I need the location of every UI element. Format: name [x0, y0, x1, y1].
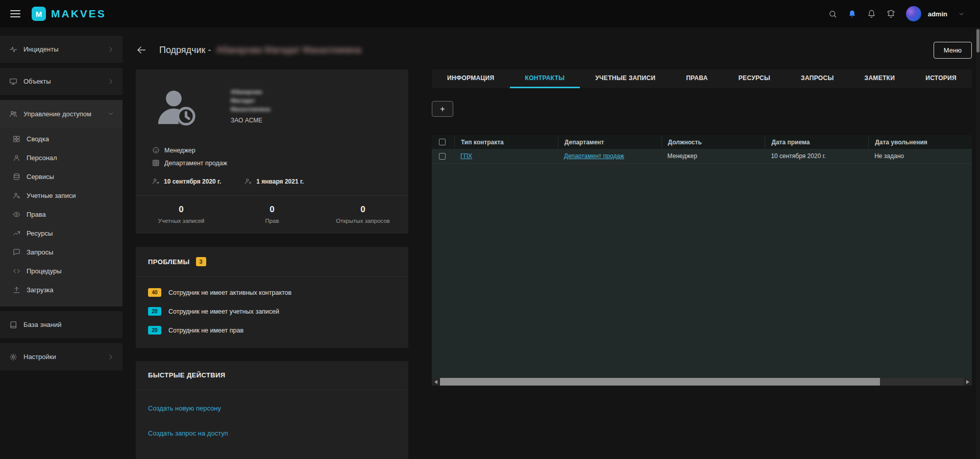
problem-item[interactable]: 20 Сотрудник не имеет учетных записей: [148, 307, 396, 316]
sidebar-item-accounts[interactable]: Учетные записи: [0, 186, 122, 205]
table-header-row: Тип контракта Департамент Должность Дата…: [432, 135, 972, 149]
problem-item[interactable]: 40 Сотрудник не имеет активных контракто…: [148, 288, 396, 297]
column-header-hire-date[interactable]: Дата приема: [765, 135, 868, 149]
contract-type-link[interactable]: ГПХ: [460, 152, 472, 160]
page-header: Подрядчик - Абакарова Магидат Махаллиевн…: [136, 36, 972, 64]
table-row[interactable]: ГПХ Департамент продаж Менеджер 10 сентя…: [432, 149, 972, 164]
sidebar-item-access-management[interactable]: Управление доступом: [0, 100, 122, 128]
scrollbar-thumb[interactable]: [440, 378, 880, 386]
back-button[interactable]: [136, 44, 147, 56]
tab-rights[interactable]: ПРАВА: [671, 69, 723, 88]
logo-text: MAKVES: [51, 8, 106, 20]
sidebar-item-label: Загрузка: [27, 286, 54, 294]
profile-department: Департамент продаж: [164, 160, 227, 167]
sidebar-item-procedures[interactable]: Процедуры: [0, 262, 122, 280]
sidebar-item-label: Процедуры: [27, 267, 62, 275]
tab-requests[interactable]: ЗАПРОСЫ: [786, 69, 849, 88]
sidebar-item-label: Сводка: [27, 135, 49, 143]
problems-title: ПРОБЛЕМЫ: [148, 258, 190, 266]
quick-actions-card: БЫСТРЫЕ ДЕЙСТВИЯ Создать новую персону С…: [136, 361, 408, 459]
stat-accounts[interactable]: 0 Учетных записей: [136, 205, 227, 224]
sidebar-item-rights[interactable]: Права: [0, 205, 122, 224]
stat-label: Прав: [227, 218, 317, 224]
hamburger-menu-button[interactable]: [10, 10, 20, 17]
summary-grid-icon: [13, 135, 20, 143]
avatar[interactable]: [906, 6, 921, 21]
column-header-termination-date[interactable]: Дата увольнения: [868, 135, 972, 149]
chevron-down-icon: [107, 110, 114, 117]
eye-icon: [13, 211, 20, 218]
tab-accounts[interactable]: УЧЕТНЫЕ ЗАПИСИ: [580, 69, 671, 88]
tab-resources[interactable]: РЕСУРСЫ: [723, 69, 786, 88]
stat-value: 0: [227, 205, 317, 215]
tab-information[interactable]: ИНФОРМАЦИЯ: [432, 69, 510, 88]
severity-badge: 20: [148, 326, 161, 335]
page-title-prefix: Подрядчик -: [159, 45, 211, 56]
bell-icon[interactable]: [867, 10, 876, 18]
horizontal-scrollbar[interactable]: [432, 378, 972, 386]
create-person-link[interactable]: Создать новую персону: [136, 396, 408, 421]
quick-actions-title: БЫСТРЫЕ ДЕЙСТВИЯ: [148, 371, 226, 379]
column-header-contract-type[interactable]: Тип контракта: [454, 135, 558, 149]
profile-name-line: Абакарова: [231, 88, 270, 96]
sidebar-item-summary[interactable]: Сводка: [0, 130, 122, 148]
scroll-right-button[interactable]: [964, 378, 972, 386]
scroll-left-button[interactable]: [432, 378, 440, 386]
sidebar-item-upload[interactable]: Загрузка: [0, 280, 122, 299]
main-content: Подрядчик - Абакарова Магидат Махаллиевн…: [122, 28, 980, 459]
app-root: M MAKVES admin Инциденты: [0, 0, 980, 459]
problem-text: Сотрудник не имеет активных контрактов: [168, 289, 291, 296]
column-header-department[interactable]: Департамент: [558, 135, 662, 149]
notifications-bell-icon[interactable]: [848, 10, 856, 18]
profile-name-block: Абакарова Магидат Махаллиевна ЗАО ACME: [231, 86, 270, 125]
menu-button[interactable]: Меню: [934, 42, 972, 59]
sidebar-item-knowledge-base[interactable]: База знаний: [0, 311, 122, 339]
row-checkbox[interactable]: [439, 153, 446, 160]
sidebar-item-label: Настройки: [23, 353, 107, 361]
stat-open-requests[interactable]: 0 Открытых запросов: [317, 205, 408, 224]
sidebar-item-resources[interactable]: Ресурсы: [0, 224, 122, 243]
chevron-right-icon: [107, 46, 114, 53]
tab-bar: ИНФОРМАЦИЯ КОНТРАКТЫ УЧЕТНЫЕ ЗАПИСИ ПРАВ…: [432, 69, 972, 89]
makves-logo[interactable]: M MAKVES: [32, 7, 106, 21]
sidebar-item-services[interactable]: Сервисы: [0, 167, 122, 186]
sidebar-item-personnel[interactable]: Персонал: [0, 148, 122, 167]
column-header-position[interactable]: Должность: [662, 135, 765, 149]
page-title: Подрядчик - Абакарова Магидат Махаллиевн…: [159, 45, 361, 56]
profile-company: ЗАО ACME: [231, 116, 270, 125]
profile-card: Абакарова Магидат Махаллиевна ЗАО ACME М…: [136, 69, 408, 234]
makves-logo-icon: M: [32, 7, 46, 21]
sidebar-item-settings[interactable]: Настройки: [0, 343, 122, 371]
page-vertical-scrollbar[interactable]: [976, 28, 980, 459]
stat-value: 0: [136, 205, 227, 215]
tab-notes[interactable]: ЗАМЕТКИ: [849, 69, 911, 88]
database-icon: [13, 173, 20, 181]
tab-history[interactable]: ИСТОРИЯ: [910, 69, 972, 88]
sidebar-item-requests[interactable]: Запросы: [0, 243, 122, 262]
person-clock-avatar-icon: [152, 86, 199, 130]
tab-contracts[interactable]: КОНТРАКТЫ: [510, 69, 580, 88]
vertical-scrollbar-thumb[interactable]: [976, 29, 979, 53]
severity-badge: 20: [148, 307, 161, 316]
problem-item[interactable]: 20 Сотрудник не имеет прав: [148, 326, 396, 335]
stat-rights[interactable]: 0 Прав: [227, 205, 317, 224]
select-all-checkbox[interactable]: [439, 139, 446, 145]
profile-stats: 0 Учетных записей 0 Прав 0 Открытых запр…: [136, 195, 408, 234]
sidebar: Инциденты Объекты Управление доступом: [0, 28, 122, 459]
department-icon: [152, 159, 160, 167]
chevron-down-icon[interactable]: [958, 11, 965, 17]
sidebar-item-label: Инциденты: [23, 45, 107, 53]
add-contract-button[interactable]: +: [432, 101, 453, 117]
sidebar-item-incidents[interactable]: Инциденты: [0, 36, 122, 63]
alarm-bell-icon[interactable]: [887, 10, 895, 18]
problem-text: Сотрудник не имеет прав: [168, 327, 243, 334]
book-icon: [9, 321, 17, 329]
topbar: M MAKVES admin: [0, 0, 980, 28]
department-link[interactable]: Департамент продаж: [564, 152, 624, 160]
search-icon[interactable]: [828, 10, 837, 18]
stat-label: Учетных записей: [136, 218, 227, 224]
create-access-request-link[interactable]: Создать запрос на доступ: [136, 421, 408, 446]
scrollbar-track[interactable]: [440, 378, 964, 386]
problem-text: Сотрудник не имеет учетных записей: [168, 308, 279, 315]
sidebar-item-objects[interactable]: Объекты: [0, 68, 122, 95]
